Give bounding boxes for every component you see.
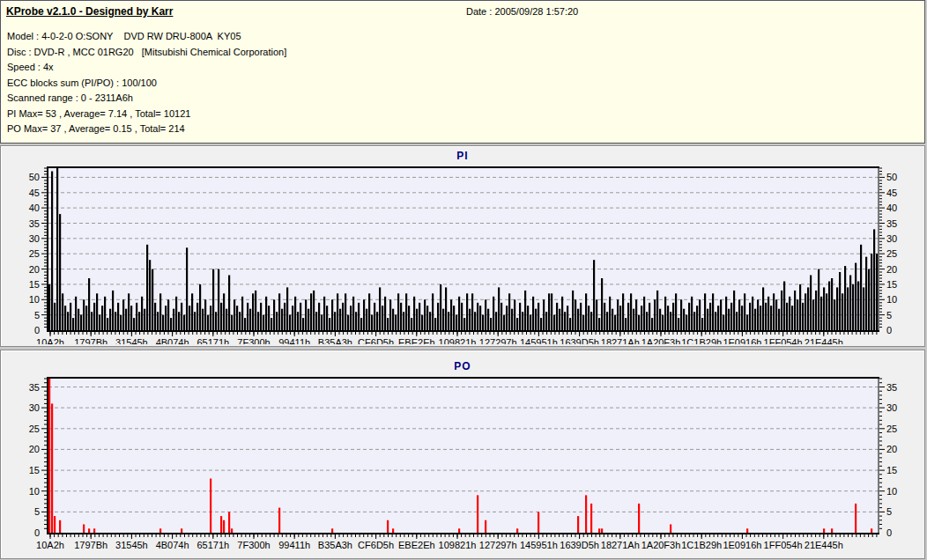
svg-text:10A2h: 10A2h: [36, 540, 64, 550]
svg-text:25: 25: [29, 248, 40, 259]
svg-text:35: 35: [886, 382, 897, 393]
svg-text:30: 30: [29, 233, 40, 244]
svg-text:CF6D5h: CF6D5h: [358, 337, 394, 344]
svg-text:45: 45: [29, 188, 40, 198]
svg-text:10: 10: [29, 294, 40, 305]
svg-text:1A20F3h: 1A20F3h: [641, 337, 681, 344]
svg-text:1FF054h: 1FF054h: [764, 337, 803, 344]
svg-text:1FF054h: 1FF054h: [764, 540, 803, 550]
svg-text:109821h: 109821h: [439, 540, 477, 550]
svg-text:5: 5: [34, 310, 40, 321]
svg-text:65171h: 65171h: [197, 337, 229, 344]
svg-text:B35A3h: B35A3h: [318, 540, 352, 550]
po-bar-chart: 005510101515202025253030353510A2h1797Bh3…: [1, 350, 924, 556]
svg-text:145951h: 145951h: [520, 337, 558, 344]
svg-text:4B074h: 4B074h: [156, 337, 189, 344]
svg-text:30: 30: [886, 233, 897, 244]
svg-text:20: 20: [886, 264, 897, 275]
svg-text:40: 40: [886, 203, 897, 213]
svg-text:35: 35: [886, 218, 897, 229]
svg-text:21E445h: 21E445h: [805, 540, 843, 550]
svg-text:0: 0: [34, 325, 40, 335]
info-line-ecc-blocks: ECC blocks sum (PI/PO) : 100/100: [7, 77, 157, 88]
svg-text:1E0916h: 1E0916h: [723, 540, 761, 550]
svg-text:65171h: 65171h: [197, 540, 229, 550]
svg-text:50: 50: [886, 172, 897, 182]
svg-text:4B074h: 4B074h: [156, 540, 189, 550]
svg-text:145951h: 145951h: [520, 540, 558, 550]
svg-text:20: 20: [29, 264, 40, 275]
svg-text:B35A3h: B35A3h: [318, 337, 352, 344]
svg-text:18271Ah: 18271Ah: [601, 540, 640, 550]
svg-text:35: 35: [29, 382, 40, 393]
svg-text:10: 10: [886, 294, 897, 305]
svg-text:127297h: 127297h: [479, 540, 517, 550]
svg-text:1639D5h: 1639D5h: [560, 337, 599, 344]
svg-text:15: 15: [886, 279, 897, 290]
svg-text:1E0916h: 1E0916h: [723, 337, 761, 344]
svg-text:21E445h: 21E445h: [805, 337, 843, 344]
svg-text:EBE2Eh: EBE2Eh: [398, 337, 435, 344]
svg-text:0: 0: [886, 325, 892, 335]
svg-text:109821h: 109821h: [439, 337, 477, 344]
svg-text:40: 40: [29, 203, 40, 213]
svg-text:35: 35: [29, 218, 40, 229]
svg-text:1C1B29h: 1C1B29h: [681, 337, 722, 344]
scan-info-panel: KProbe v2.1.0 - Designed by Karr Date : …: [0, 0, 925, 144]
svg-text:30: 30: [29, 402, 40, 413]
svg-text:5: 5: [886, 310, 892, 321]
svg-text:5: 5: [34, 506, 40, 517]
svg-text:15: 15: [29, 279, 40, 290]
svg-text:25: 25: [29, 424, 40, 434]
po-chart-panel: PO 005510101515202025253030353510A2h1797…: [0, 350, 925, 559]
svg-text:25: 25: [886, 424, 897, 434]
app-title: KProbe v2.1.0 - Designed by Karr: [6, 5, 173, 18]
svg-text:25: 25: [886, 248, 897, 259]
svg-text:99411h: 99411h: [278, 540, 310, 550]
svg-text:31545h: 31545h: [115, 337, 148, 344]
pi-bar-chart: 0055101015152020252530303535404045455050…: [1, 146, 924, 344]
info-line-disc: Disc : DVD-R , MCC 01RG20 [Mitsubishi Ch…: [7, 47, 286, 57]
svg-text:15: 15: [886, 465, 897, 475]
svg-text:20: 20: [29, 444, 40, 454]
pi-chart-panel: PI 0055101015152020252530303535404045455…: [0, 145, 925, 347]
svg-text:50: 50: [29, 172, 40, 182]
kprobe-results-screen: KProbe v2.1.0 - Designed by Karr Date : …: [0, 0, 927, 560]
svg-text:10A2h: 10A2h: [36, 337, 64, 344]
info-line-model: Model : 4-0-2-0 O:SONY DVD RW DRU-800A K…: [7, 31, 241, 41]
svg-text:99411h: 99411h: [278, 337, 310, 344]
svg-text:45: 45: [886, 188, 897, 198]
svg-text:1797Bh: 1797Bh: [74, 337, 108, 344]
svg-text:7F300h: 7F300h: [237, 540, 270, 550]
svg-text:0: 0: [886, 527, 892, 538]
svg-text:18271Ah: 18271Ah: [601, 337, 640, 344]
svg-text:15: 15: [29, 465, 40, 475]
svg-text:30: 30: [886, 402, 897, 413]
svg-text:7F300h: 7F300h: [237, 337, 270, 344]
info-line-po-stats: PO Max= 37 , Average= 0.15 , Total= 214: [7, 123, 185, 134]
svg-text:31545h: 31545h: [115, 540, 148, 550]
svg-text:10: 10: [886, 486, 897, 497]
svg-text:10: 10: [29, 486, 40, 497]
scan-date: Date : 2005/09/28 1:57:20: [466, 6, 578, 17]
svg-text:1C1B29h: 1C1B29h: [681, 540, 722, 550]
svg-text:1797Bh: 1797Bh: [74, 540, 108, 550]
info-line-pi-stats: PI Max= 53 , Average= 7.14 , Total= 1012…: [7, 108, 190, 119]
svg-text:CF6D5h: CF6D5h: [358, 540, 394, 550]
svg-text:20: 20: [886, 444, 897, 454]
svg-text:1639D5h: 1639D5h: [560, 540, 599, 550]
svg-text:0: 0: [34, 527, 40, 538]
info-line-scanned-range: Scanned range : 0 - 2311A6h: [7, 92, 133, 103]
svg-text:5: 5: [886, 506, 892, 517]
svg-text:EBE2Eh: EBE2Eh: [398, 540, 435, 550]
svg-text:127297h: 127297h: [479, 337, 517, 344]
svg-text:1A20F3h: 1A20F3h: [641, 540, 681, 550]
info-line-speed: Speed : 4x: [7, 62, 54, 72]
